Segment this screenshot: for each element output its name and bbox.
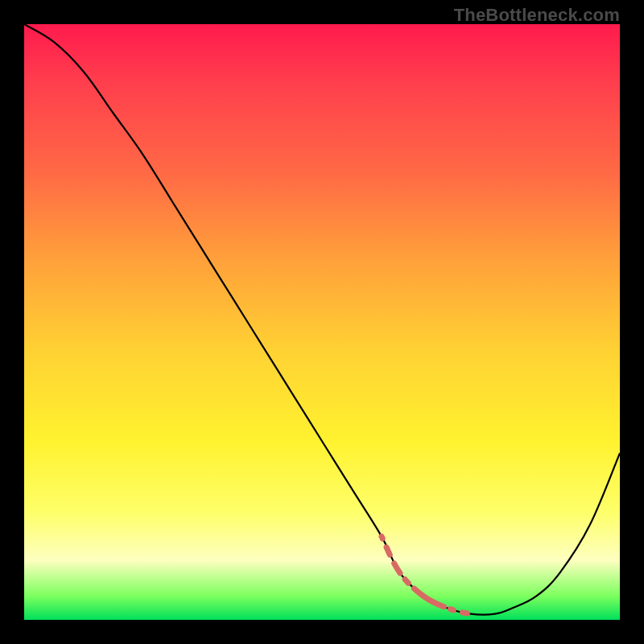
- bottleneck-curve-svg: [24, 24, 620, 620]
- watermark-text: TheBottleneck.com: [454, 5, 620, 26]
- gradient-plot-area: [24, 24, 620, 620]
- outer-frame: TheBottleneck.com: [0, 0, 644, 644]
- bottleneck-curve: [24, 24, 620, 615]
- highlight-valley-dots: [382, 536, 536, 614]
